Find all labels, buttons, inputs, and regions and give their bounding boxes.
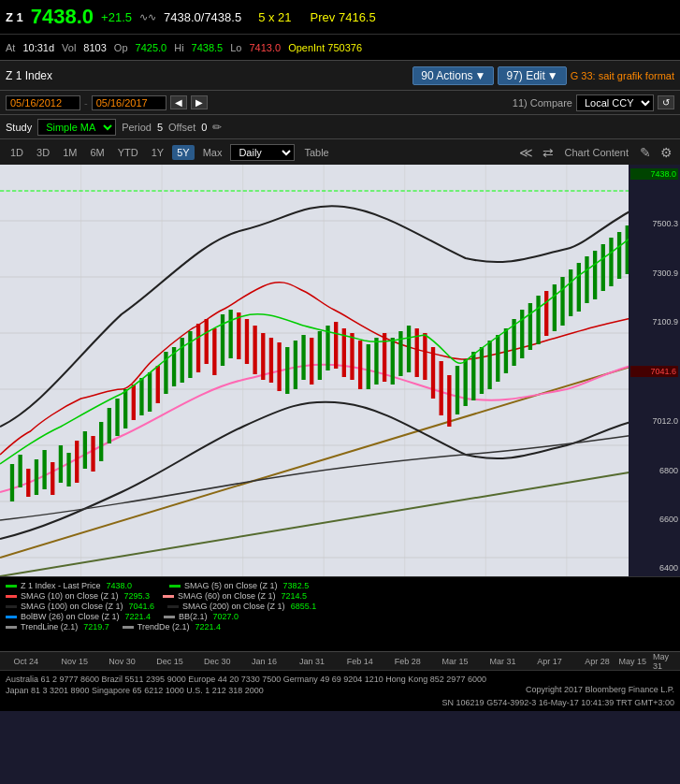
svg-rect-27	[83, 431, 87, 469]
x-date-9: Feb 28	[395, 657, 421, 666]
svg-rect-75	[471, 352, 475, 400]
scale-price-5: 7041.6	[630, 366, 678, 377]
footer-row-4: SN 106219 G574-3992-3 16-May-17 10:41:39…	[6, 697, 674, 709]
compare-refresh-btn[interactable]: ↺	[658, 95, 674, 109]
svg-rect-34	[139, 378, 143, 415]
period-1y-button[interactable]: 1Y	[147, 145, 168, 160]
x-date-10: Mar 15	[442, 657, 469, 666]
compare-chart-button[interactable]: ⇄	[541, 143, 556, 162]
table-button[interactable]: Table	[298, 145, 334, 160]
svg-rect-72	[447, 375, 451, 427]
offset-value: 0	[201, 122, 207, 133]
toolbar-bar: Z 1 Index 90 Actions ▼ 97) Edit ▼ G 33: …	[0, 60, 680, 90]
start-date-input[interactable]	[6, 95, 80, 110]
x-date-13: Apr 28	[585, 657, 610, 666]
legend-color-10	[123, 626, 134, 629]
edit-label: 97) Edit	[506, 69, 544, 82]
period-5y-button[interactable]: 5Y	[172, 145, 194, 160]
svg-rect-86	[560, 277, 564, 326]
study-type-select[interactable]: Simple MA	[37, 119, 116, 136]
svg-rect-36	[156, 366, 160, 403]
legend-color-8	[164, 616, 175, 618]
study-bar: Study Simple MA Period 5 Offset 0 ✏	[0, 114, 680, 138]
hi-label: Hi	[174, 42, 183, 53]
footer-row-2: Japan 81 3 3201 8900 Singapore 65 6212 1…	[6, 685, 264, 697]
footer-row-3: Copyright 2017 Bloomberg Finance L.P.	[526, 685, 674, 697]
svg-rect-74	[463, 359, 467, 406]
chart-area[interactable]: 7438.0 7500.3 7300.9 7100.9 7041.6 7012.…	[0, 165, 680, 576]
svg-rect-81	[520, 310, 524, 358]
compare-select[interactable]: Local CCY	[576, 94, 654, 111]
x-date-15: May 31	[653, 652, 680, 671]
legend-text-2: SMAG (5) on Close (Z 1)	[184, 581, 278, 590]
date-forward-button[interactable]: ▶	[191, 95, 208, 109]
legend-row-3: SMAG (100) on Close (Z 1) 7041.6 SMAG (2…	[6, 602, 674, 611]
svg-rect-32	[123, 389, 127, 428]
scale-price-2: 7500.3	[630, 219, 678, 228]
scale-price-9: 6400	[630, 563, 678, 573]
svg-rect-91	[601, 244, 605, 291]
grafik-label: G 33: sait grafik format	[571, 70, 674, 81]
svg-rect-83	[536, 296, 540, 344]
period-3d-button[interactable]: 3D	[32, 145, 54, 160]
period-1d-button[interactable]: 1D	[6, 145, 28, 160]
period-6m-button[interactable]: 6M	[85, 145, 109, 160]
date-back-button[interactable]: ◀	[170, 95, 187, 109]
svg-rect-26	[75, 441, 79, 483]
svg-rect-60	[350, 333, 354, 380]
legend-color-6	[167, 605, 179, 608]
x-date-11: Mar 31	[489, 657, 515, 666]
legend-val-9: 7219.7	[83, 622, 109, 632]
svg-rect-23	[51, 462, 54, 495]
svg-rect-35	[148, 372, 152, 412]
svg-rect-69	[423, 333, 427, 380]
svg-rect-55	[310, 338, 313, 385]
scale-price-1: 7438.0	[630, 168, 678, 180]
x-date-12: Apr 17	[537, 657, 562, 666]
svg-rect-62	[367, 344, 370, 389]
legend-color-1	[6, 585, 17, 588]
svg-rect-93	[617, 232, 621, 279]
settings-icon[interactable]: ⚙	[658, 143, 674, 162]
actions-button[interactable]: 90 Actions ▼	[412, 66, 494, 85]
period-1m-button[interactable]: 1M	[58, 145, 81, 160]
legend-val-7: 7221.4	[125, 612, 152, 621]
prev-chart-button[interactable]: ≪	[517, 143, 535, 162]
scale-price-7: 6800	[630, 466, 678, 475]
svg-rect-41	[196, 324, 200, 372]
legend-row-2: SMAG (10) on Close (Z 1) 7295.3 SMAG (60…	[6, 591, 674, 601]
svg-rect-65	[391, 338, 395, 385]
edit-chart-button[interactable]: ✎	[638, 143, 653, 162]
chart-content-button[interactable]: Chart Content	[561, 145, 632, 160]
edit-pencil-icon[interactable]: ✏	[212, 121, 222, 134]
legend-text-1: Z 1 Index - Last Price	[21, 581, 101, 590]
offset-label: Offset	[168, 122, 195, 133]
svg-rect-64	[383, 333, 386, 382]
svg-rect-90	[593, 251, 597, 299]
svg-rect-29	[99, 422, 103, 461]
legend-val-6: 6855.1	[291, 602, 317, 611]
legend-color-7	[6, 616, 17, 618]
svg-rect-49	[261, 333, 265, 380]
legend-val-8: 7027.0	[213, 612, 239, 621]
svg-rect-53	[294, 341, 297, 389]
legend-spacer	[145, 585, 156, 588]
end-date-input[interactable]	[92, 95, 166, 110]
legend-color-2	[169, 585, 181, 588]
edit-button[interactable]: 97) Edit ▼	[498, 66, 566, 85]
legend-color-4	[163, 595, 174, 598]
svg-rect-56	[318, 331, 322, 380]
period-max-button[interactable]: Max	[198, 145, 227, 160]
last-price: 7438.0	[31, 5, 94, 29]
vol-label: Vol	[62, 42, 76, 53]
svg-rect-73	[456, 366, 459, 414]
actions-label: 90 Actions	[421, 69, 472, 82]
lo-value: 7413.0	[249, 42, 281, 53]
svg-rect-67	[407, 326, 411, 372]
period-ytd-button[interactable]: YTD	[113, 145, 143, 160]
svg-rect-88	[577, 263, 581, 312]
compare-section: 11) Compare Local CCY ↺	[513, 94, 674, 111]
legend-text-7: BolBW (26) on Close (Z 1)	[21, 612, 120, 621]
svg-rect-51	[277, 342, 281, 391]
frequency-select[interactable]: Daily Weekly Monthly	[230, 144, 295, 161]
